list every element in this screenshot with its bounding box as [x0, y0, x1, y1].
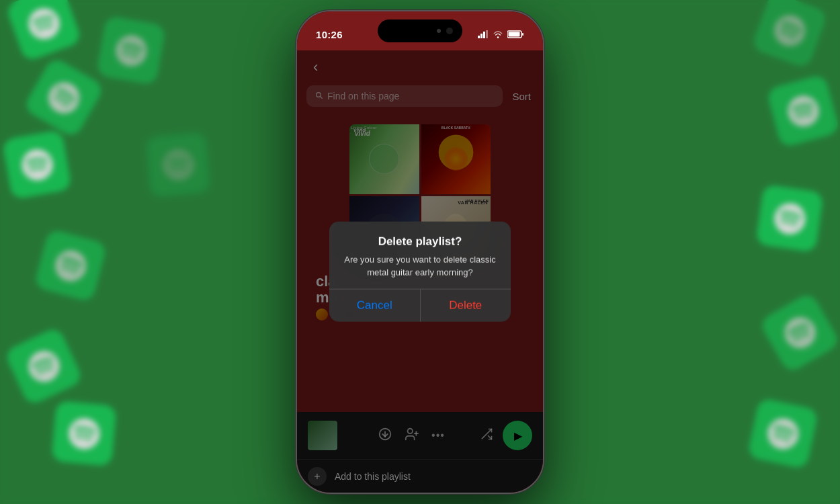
signal-icon: [478, 30, 489, 38]
delete-playlist-dialog: Delete playlist? Are you sure you want t…: [329, 222, 511, 322]
camera-dot: [446, 28, 453, 34]
status-time: 10:26: [316, 29, 343, 40]
battery-icon: [507, 30, 524, 38]
svg-rect-1: [480, 34, 482, 38]
svg-rect-3: [486, 30, 488, 38]
camera-indicator: [437, 29, 441, 33]
wifi-icon: [493, 30, 503, 38]
app-content: ‹ Find on this page Sort vivid Li: [297, 50, 543, 493]
svg-rect-6: [509, 32, 520, 37]
svg-rect-5: [522, 33, 523, 36]
svg-rect-0: [478, 36, 480, 38]
alert-body: Delete playlist? Are you sure you want t…: [329, 222, 511, 289]
alert-message: Are you sure you want to delete classic …: [340, 254, 500, 280]
svg-rect-2: [483, 32, 485, 38]
phone-shell: 10:26 ‹: [296, 10, 544, 494]
cancel-button[interactable]: Cancel: [329, 289, 420, 321]
alert-title: Delete playlist?: [340, 235, 500, 249]
status-icons: [478, 30, 524, 38]
alert-buttons: Cancel Delete: [329, 289, 511, 321]
delete-button[interactable]: Delete: [421, 289, 511, 321]
dynamic-island: [378, 19, 462, 42]
